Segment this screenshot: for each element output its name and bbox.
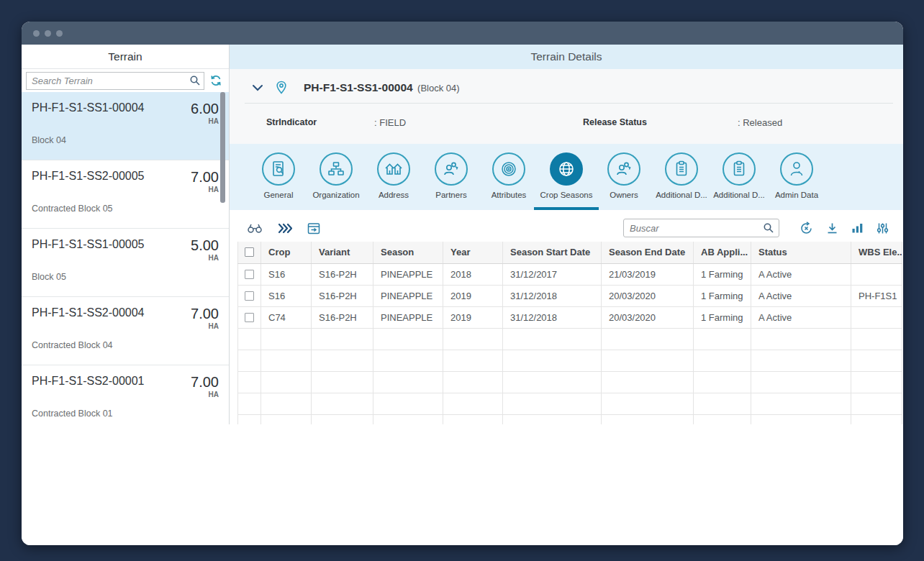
row-checkbox[interactable] <box>245 291 254 301</box>
table-search-input[interactable] <box>623 219 779 237</box>
search-input[interactable] <box>26 72 204 90</box>
tab-partners[interactable]: Partners <box>422 144 480 210</box>
cell: 1 Farming <box>694 285 751 306</box>
window-titlebar[interactable] <box>22 22 903 45</box>
column-header[interactable]: Status <box>751 242 851 263</box>
settings-sliders-icon[interactable] <box>877 222 889 234</box>
sidebar-search-row <box>22 69 229 92</box>
list-item[interactable]: PH-F1-S1-SS1-00005 5.00HA Block 05 <box>22 229 229 297</box>
table-row[interactable]: C74 S16-P2H PINEAPPLE 2019 31/12/2018 20… <box>238 306 902 328</box>
release-status-label: Release Status <box>583 117 738 128</box>
terrain-unit: HA <box>191 391 219 398</box>
column-header[interactable]: WBS Ele... <box>851 242 902 263</box>
select-all-checkbox[interactable] <box>245 247 254 257</box>
table-row[interactable]: S16 S16-P2H PINEAPPLE 2019 31/12/2018 20… <box>238 285 902 306</box>
terrain-area: 6.00 <box>191 101 219 116</box>
column-header[interactable]: Crop <box>261 242 312 263</box>
column-header[interactable]: Season Start Date <box>503 242 602 263</box>
download-icon[interactable] <box>826 222 838 234</box>
cell: S16-P2H <box>312 285 373 306</box>
tab-crop-seasons[interactable]: Crop Seasons <box>538 144 595 210</box>
object-name: PH-F1-S1-SS1-00004 <box>304 81 413 94</box>
terrain-desc: Block 04 <box>32 135 219 145</box>
window-dot-icon[interactable] <box>33 30 40 37</box>
strindicator-label: StrIndicator <box>266 117 374 128</box>
terrain-unit: HA <box>191 118 219 125</box>
cell: PINEAPPLE <box>373 306 443 328</box>
terrain-area: 7.00 <box>191 306 219 321</box>
tab-attributes[interactable]: Attributes <box>480 144 538 210</box>
column-header[interactable]: Variant <box>312 242 373 263</box>
tab-additional-data-1[interactable]: Additional D... <box>653 144 710 210</box>
cell: S16-P2H <box>312 263 373 285</box>
expand-chevrons-icon[interactable] <box>278 223 292 234</box>
clear-filter-icon[interactable] <box>800 222 813 235</box>
terrain-id: PH-F1-S1-SS2-00001 <box>32 375 145 398</box>
table-search-icon[interactable] <box>763 222 774 234</box>
empty-row <box>238 371 902 393</box>
terrain-area: 7.00 <box>191 375 219 389</box>
cell: 2019 <box>443 285 503 306</box>
terrain-list: PH-F1-S1-SS1-00004 6.00HA Block 04 PH-F1… <box>22 92 229 424</box>
collapse-chevron-icon[interactable] <box>252 84 263 91</box>
divider <box>245 103 893 104</box>
cell: 31/12/2018 <box>503 285 602 306</box>
tab-additional-data-2[interactable]: Additional D... <box>710 144 768 210</box>
tab-general[interactable]: General <box>250 144 307 210</box>
cell: 1 Farming <box>694 263 751 285</box>
list-item[interactable]: PH-F1-S1-SS2-00004 7.00HA Contracted Blo… <box>22 297 229 365</box>
window-dot-icon[interactable] <box>45 30 51 37</box>
column-header[interactable]: Year <box>443 242 503 263</box>
row-checkbox[interactable] <box>245 270 254 279</box>
navigate-box-icon[interactable] <box>307 222 320 234</box>
sidebar-scrollbar[interactable] <box>220 92 225 203</box>
refresh-icon[interactable] <box>207 72 225 89</box>
terrain-details-panel: Terrain Details PH- <box>230 45 903 424</box>
empty-row <box>238 328 902 350</box>
globe-icon <box>557 160 576 178</box>
cell: 20/03/2020 <box>602 306 694 328</box>
search-icon[interactable] <box>189 75 201 86</box>
location-pin-icon <box>276 81 287 95</box>
list-item[interactable]: PH-F1-S1-SS2-00005 7.00HA Contracted Blo… <box>22 160 229 229</box>
column-header[interactable]: AB Appli... <box>694 242 751 263</box>
table-row[interactable]: S16 S16-P2H PINEAPPLE 2018 31/12/2017 21… <box>238 263 902 285</box>
cell: 21/03/2019 <box>602 263 694 285</box>
column-header[interactable]: Season End Date <box>602 242 694 263</box>
list-item[interactable]: PH-F1-S1-SS2-00001 7.00HA Contracted Blo… <box>22 365 229 424</box>
cell: S16 <box>261 263 312 285</box>
tab-owners[interactable]: Owners <box>595 144 653 210</box>
crop-seasons-table: Crop Variant Season Year Season Start Da… <box>237 242 903 424</box>
cell: S16-P2H <box>312 306 373 328</box>
column-header[interactable]: Season <box>373 242 443 263</box>
cell: PINEAPPLE <box>373 285 443 306</box>
cell: S16 <box>261 285 312 306</box>
org-chart-icon <box>327 161 345 177</box>
tab-organization[interactable]: Organization <box>307 144 365 210</box>
cell: A Active <box>751 285 851 306</box>
tab-admin-data[interactable]: Admin Data <box>768 144 825 210</box>
object-suffix: (Block 04) <box>417 83 460 94</box>
cell: 20/03/2020 <box>602 285 694 306</box>
window-empty-area <box>22 424 903 545</box>
tab-address[interactable]: Address <box>365 144 422 210</box>
terrain-unit: HA <box>191 186 219 193</box>
terrain-id: PH-F1-S1-SS1-00004 <box>32 101 145 125</box>
target-icon <box>500 160 517 178</box>
window-dot-icon[interactable] <box>56 30 63 37</box>
people-icon <box>443 161 460 177</box>
cell: 2019 <box>443 306 503 328</box>
terrain-id: PH-F1-S1-SS1-00005 <box>32 238 145 262</box>
terrain-area: 7.00 <box>191 170 219 184</box>
cell: 31/12/2017 <box>503 263 602 285</box>
empty-row <box>238 393 902 414</box>
document-search-icon <box>271 160 286 178</box>
binoculars-icon[interactable] <box>247 222 263 234</box>
terrain-master-list: Terrain <box>22 45 230 424</box>
empty-row <box>238 414 902 424</box>
row-checkbox[interactable] <box>245 313 254 322</box>
cell: A Active <box>751 306 851 328</box>
cell: A Active <box>751 263 851 285</box>
list-item[interactable]: PH-F1-S1-SS1-00004 6.00HA Block 04 <box>22 92 229 160</box>
bar-chart-icon[interactable] <box>851 222 864 234</box>
